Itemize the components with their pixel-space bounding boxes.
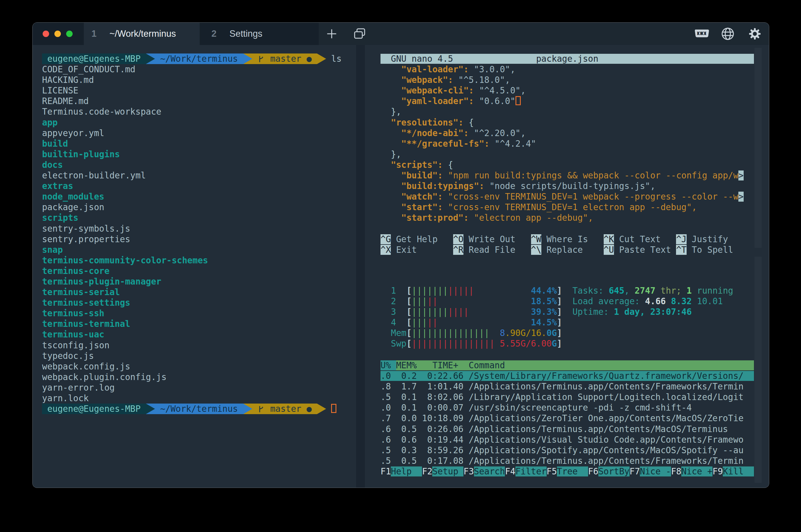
text-run: F4 (505, 467, 515, 476)
new-tab-button[interactable] (322, 23, 341, 45)
text-run: Paste Text (614, 245, 671, 255)
text-run: .6 0.5 0:26.06 /Applications/Terminus.ap… (380, 424, 728, 434)
text-run: .5 0.5 0:17.08 /Applications/Terminus.ap… (380, 456, 744, 466)
text-run: 8.32 (671, 296, 692, 306)
terminal-line: GNU nano 4.5 package.json (380, 54, 754, 64)
text-run: "*/node-abi": (402, 128, 469, 138)
pane-divider[interactable] (356, 45, 365, 488)
htop-meters[interactable]: 1 [|||||||||||| 44.4%] Tasks: 645, 2747 … (380, 285, 733, 349)
text-run: "webpack-cli": (402, 86, 474, 96)
terminal-line: ^G Get Help ^O Write Out ^W Where Is ^K … (380, 234, 754, 245)
text-run: Exit (391, 245, 417, 255)
terminal-line: .5 0.5 0:17.08 /Applications/Terminus.ap… (380, 456, 754, 466)
zoom-button[interactable] (66, 31, 73, 37)
text-run: .0 0.1 0:00.07 /usr/sbin/screencapture -… (380, 403, 692, 413)
text-run (380, 86, 402, 96)
text-run: Justify (687, 234, 728, 244)
text-run: ] (557, 318, 562, 327)
text-run: GNU nano 4.5 package.json (380, 54, 754, 64)
text-run: Tasks: (573, 286, 609, 296)
terminal-line: HACKING.md (42, 75, 342, 85)
terminal-line: .8 1.7 1:01.40 /Applications/Terminus.ap… (380, 381, 754, 392)
text-run (495, 339, 500, 348)
tab-work-terminus[interactable]: 1 ~/Work/terminus (84, 23, 200, 45)
text-run: Uptime: (573, 307, 614, 317)
text-run: "start:prod": (402, 213, 469, 223)
terminal-line: terminus-uac (42, 329, 342, 340)
terminal-line: yarn.lock (42, 393, 342, 403)
text-run: sentry.properties (42, 234, 130, 244)
text-run: Read File (463, 245, 515, 255)
globe-icon[interactable] (719, 23, 737, 45)
terminal-line: eugene@Eugenes-MBP ~/Work/terminus maste… (42, 403, 342, 414)
serial-port-icon[interactable]: IOIOI (692, 23, 711, 45)
minimize-button[interactable] (54, 31, 61, 37)
text-run: .0 0.2 0:22.66 /System/Library/Framework… (380, 371, 754, 381)
text-run (380, 139, 402, 149)
text-run: terminus-serial (42, 287, 120, 297)
terminal-line: appveyor.yml (42, 128, 342, 138)
text-run: U% (380, 360, 396, 370)
text-run: appveyor.yml (42, 128, 105, 138)
terminal-line: ^X Exit ^R Read File ^\ Replace ^U Paste… (380, 245, 754, 255)
prompt-segment: eugene@Eugenes-MBP (42, 403, 146, 414)
text-run: "build": (402, 170, 443, 180)
text-run: HACKING.md (42, 75, 94, 85)
scrollbar-nano[interactable] (755, 48, 762, 248)
typed-command: ls (326, 54, 342, 64)
split-window-icon[interactable] (350, 23, 369, 45)
terminal-line: extras (42, 181, 342, 191)
terminal-line: terminus-core (42, 266, 342, 276)
terminal-line: "webpack-cli": "^4.5.0", (380, 85, 754, 96)
htop-process-table[interactable]: U% MEM% TIME+ Command .0 0.2 0:22.66 /Sy… (380, 360, 754, 477)
text-run: ^R (453, 245, 463, 255)
terminal-line: F1Help F2Setup F3SearchF4FilterF5Tree F6… (380, 466, 754, 477)
text-run: ] (557, 286, 562, 296)
text-run (437, 234, 453, 244)
prompt-segment: ~/Work/terminus (155, 54, 243, 64)
close-button[interactable] (43, 31, 49, 37)
text-run: 10.01 (692, 296, 723, 306)
text-run (417, 245, 453, 255)
text-run: Write Out (463, 234, 515, 244)
gear-icon[interactable] (745, 23, 764, 45)
text-run: builtin-plugins (42, 149, 120, 159)
text-run: LICENSE (42, 86, 78, 96)
terminal-window: 1 ~/Work/terminus 2 Settings IOIOI eugen… (32, 22, 769, 488)
powerline-separator (146, 403, 155, 414)
terminal-line: }, (380, 149, 754, 159)
globe-svg (721, 26, 735, 41)
text-run: "node scripts/build-typings.js", (484, 181, 655, 191)
text-run: [ (406, 339, 412, 348)
terminal-line: typedoc.js (42, 350, 342, 361)
text-run: README.md (42, 96, 89, 106)
text-run: }, (380, 107, 402, 117)
git-branch-icon (257, 54, 265, 64)
text-run: 14.5% (531, 318, 557, 327)
terminal-line: Swp[|||||||||||||||| 5.55G/6.00G] (380, 338, 733, 349)
scrollbar-htop[interactable] (755, 256, 762, 483)
text-run: F7 (630, 467, 640, 476)
terminal-line: snap (42, 245, 342, 255)
text-run: .8 1.7 1:01.40 /Applications/Terminus.ap… (380, 381, 744, 392)
nano-editor[interactable]: GNU nano 4.5 package.json "val-loader": … (380, 54, 754, 255)
text-run (562, 296, 572, 306)
text-run: node_modules (42, 192, 105, 202)
text-run: { (443, 160, 453, 170)
text-run: |||||||||||||||| (412, 339, 495, 348)
tab-settings[interactable]: 2 Settings (200, 23, 319, 45)
text-run: F1 (380, 467, 391, 476)
terminal-line: 1 [|||||||||||| 44.4%] Tasks: 645, 2747 … (380, 285, 733, 296)
text-run: ||||||| (412, 286, 448, 296)
text-run: 2 (380, 296, 406, 306)
shell-terminal[interactable]: eugene@Eugenes-MBP ~/Work/terminus maste… (42, 54, 342, 414)
tab-label: ~/Work/terminus (109, 28, 176, 39)
text-run (380, 75, 402, 85)
text-run: F2 (422, 467, 432, 476)
text-run: terminus-core (42, 266, 109, 276)
text-run: 645 (609, 286, 624, 296)
text-run: scripts (42, 213, 78, 223)
terminal-line: "yaml-loader": "0.6.0" (380, 96, 754, 107)
text-run: > (738, 192, 744, 202)
text-run (516, 245, 531, 255)
